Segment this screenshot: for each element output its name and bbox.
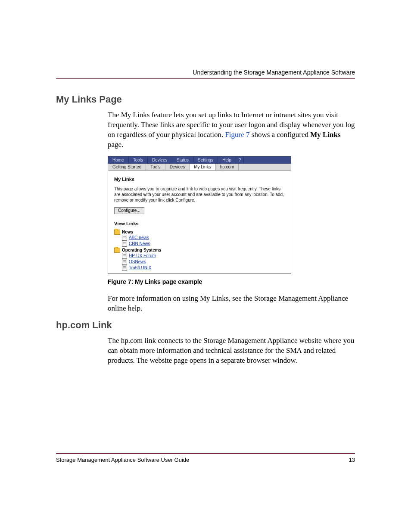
running-header: Understanding the Storage Management App… — [56, 69, 355, 76]
tree-item-osnews[interactable]: OSNews — [122, 259, 285, 265]
tree-item-tru64[interactable]: Tru64 UNIX — [122, 265, 285, 271]
link-abc-news[interactable]: ABC news — [129, 235, 149, 240]
mylinks-intro-paragraph: The My Links feature lets you set up lin… — [56, 110, 355, 150]
subtab-mylinks[interactable]: My Links — [190, 164, 215, 170]
tab-settings[interactable]: Settings — [193, 156, 218, 164]
document-icon — [122, 265, 127, 271]
subtab-hpcom[interactable]: hp.com — [216, 164, 239, 170]
section-heading-hpcom: hp.com Link — [56, 320, 355, 331]
link-cnn-news[interactable]: CNN News — [129, 241, 150, 246]
footer-rule — [56, 453, 355, 454]
subtab-getting-started[interactable]: Getting Started — [108, 164, 146, 170]
document-icon — [122, 235, 127, 241]
panel-description: This page allows you to organize and lin… — [114, 186, 285, 203]
secondary-tab-bar: Getting Started Tools Devices My Links h… — [108, 164, 291, 171]
figure7-caption: Figure 7: My Links page example — [108, 278, 355, 285]
view-links-heading: View Links — [114, 221, 285, 226]
page-number: 13 — [349, 457, 355, 463]
tree-item-cnn-news[interactable]: CNN News — [122, 241, 285, 247]
figure7-screenshot: Home Tools Devices Status Settings Help … — [108, 156, 291, 274]
tree-item-abc-news[interactable]: ABC news — [122, 235, 285, 241]
tree-folder-os[interactable]: Operating Systems — [114, 248, 285, 253]
subtab-tools[interactable]: Tools — [146, 164, 165, 170]
folder-label: News — [122, 230, 133, 234]
tab-tools[interactable]: Tools — [129, 156, 148, 164]
panel-title: My Links — [114, 177, 285, 182]
mylinks-more-info-paragraph: For more information on using My Links, … — [56, 294, 355, 314]
section-heading-mylinks: My Links Page — [56, 94, 355, 105]
document-icon — [122, 259, 127, 265]
tab-status[interactable]: Status — [172, 156, 193, 164]
document-icon — [122, 241, 127, 247]
para-text: shows a configured — [250, 131, 311, 139]
panel-body: My Links This page allows you to organiz… — [108, 171, 291, 274]
configure-button[interactable]: Configure... — [114, 207, 144, 214]
document-icon — [122, 253, 127, 259]
link-tru64-unix[interactable]: Tru64 UNIX — [129, 265, 151, 270]
link-hpux-forum[interactable]: HP-UX Forum — [129, 253, 156, 258]
subtab-devices[interactable]: Devices — [165, 164, 190, 170]
folder-icon — [114, 230, 120, 235]
tab-question[interactable]: ? — [236, 156, 244, 164]
header-rule — [56, 78, 355, 79]
tab-help[interactable]: Help — [218, 156, 236, 164]
tab-devices[interactable]: Devices — [148, 156, 172, 164]
tree-item-hpux-forum[interactable]: HP-UX Forum — [122, 253, 285, 259]
hpcom-paragraph: The hp.com link connects to the Storage … — [56, 336, 355, 366]
tab-home[interactable]: Home — [108, 156, 129, 164]
footer-doc-title: Storage Management Appliance Software Us… — [56, 457, 189, 463]
page-footer: Storage Management Appliance Software Us… — [56, 453, 355, 463]
para-text: page. — [108, 140, 123, 149]
folder-label: Operating Systems — [122, 248, 161, 252]
bold-term: My Links — [310, 131, 340, 139]
folder-icon — [114, 248, 120, 253]
figure-reference-link[interactable]: Figure 7 — [225, 131, 249, 139]
primary-tab-bar: Home Tools Devices Status Settings Help … — [108, 156, 291, 164]
tree-folder-news[interactable]: News — [114, 230, 285, 235]
link-osnews[interactable]: OSNews — [129, 259, 146, 264]
